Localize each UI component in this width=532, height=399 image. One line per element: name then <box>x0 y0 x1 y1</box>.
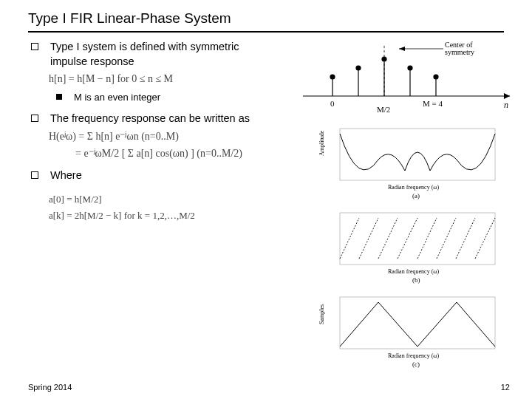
tick-M4: M = 4 <box>423 99 443 108</box>
bullet-1-sub: M is an even integer <box>56 91 275 104</box>
svg-text:(b): (b) <box>412 276 420 284</box>
bullet-3-text: Where <box>50 168 82 183</box>
bullet-marker-solid <box>56 94 62 100</box>
impulse-stem-plot: Center of symmetry 0 M/2 M = 4 n <box>296 38 525 120</box>
svg-text:Radian frequency (ω): Radian frequency (ω) <box>388 268 440 275</box>
formula-Hejw-1: H(eʲω) = Σ h[n] e⁻ʲωn (n=0..M) <box>49 130 275 143</box>
svg-text:Radian frequency (ω): Radian frequency (ω) <box>388 184 440 191</box>
plot-b: Radian frequency (ω) (b) <box>318 207 510 288</box>
bullet-marker-outline <box>31 43 38 50</box>
page-title: Type I FIR Linear-Phase System <box>0 0 532 30</box>
bullet-marker-outline <box>31 115 38 122</box>
svg-rect-20 <box>340 213 495 265</box>
svg-text:Amplitude: Amplitude <box>318 130 325 156</box>
axis-n: n <box>504 100 508 110</box>
svg-point-9 <box>408 66 412 70</box>
svg-point-3 <box>330 75 335 79</box>
tick-M2: M/2 <box>377 105 390 114</box>
svg-rect-23 <box>340 297 495 349</box>
svg-text:(c): (c) <box>412 361 420 368</box>
tick-0: 0 <box>330 99 335 108</box>
bullet-2-text: The frequency response can be written as <box>50 112 250 126</box>
svg-marker-14 <box>399 47 405 51</box>
bullet-1-text: Type I system is defined with symmetric … <box>50 40 275 69</box>
plot-a: Amplitude Radian frequency (ω) (a) <box>318 123 510 204</box>
svg-point-11 <box>434 75 438 79</box>
footer-term: Spring 2014 <box>28 383 72 392</box>
svg-text:(a): (a) <box>412 192 420 200</box>
svg-marker-1 <box>504 93 510 99</box>
bullet-1-sub-text: M is an even integer <box>74 91 160 104</box>
bullet-2: The frequency response can be written as <box>31 112 275 126</box>
bullet-marker-outline <box>31 171 38 179</box>
formula-Hejw-2: = e⁻ʲωM/2 [ Σ a[n] cos(ωn) ] (n=0..M/2) <box>75 147 275 160</box>
figures-column: Center of symmetry 0 M/2 M = 4 n Amplitu… <box>296 38 525 375</box>
svg-text:Samples: Samples <box>318 304 325 324</box>
plot-c: Samples Radian frequency (ω) (c) <box>318 291 510 372</box>
svg-rect-16 <box>340 129 495 180</box>
formula-a0: a[0] = h[M/2] <box>49 194 275 205</box>
page-number: 12 <box>501 383 510 392</box>
svg-point-5 <box>356 66 361 70</box>
svg-text:symmetry: symmetry <box>445 48 474 56</box>
formula-hn: h[n] = h[M − n] for 0 ≤ n ≤ M <box>49 73 275 85</box>
formula-ak: a[k] = 2h[M/2 − k] for k = 1,2,…,M/2 <box>49 210 275 222</box>
bullet-3: Where <box>31 168 275 183</box>
svg-text:Radian frequency (ω): Radian frequency (ω) <box>388 352 440 359</box>
bullet-1: Type I system is defined with symmetric … <box>31 40 275 69</box>
